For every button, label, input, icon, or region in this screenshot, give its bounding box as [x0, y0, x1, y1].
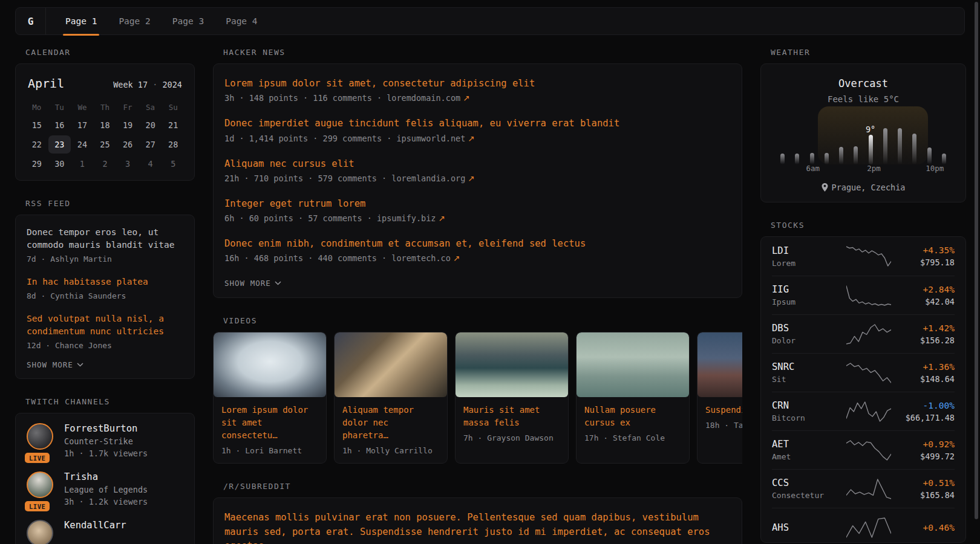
hacker-news-item-title[interactable]: Donec imperdiet augue tincidunt felis al… — [224, 117, 731, 131]
weather-hour-label: 6am — [806, 164, 820, 173]
twitch-channel-name[interactable]: Trisha — [64, 471, 148, 482]
calendar-day-30[interactable]: 30 — [48, 155, 71, 173]
calendar-day-4[interactable]: 4 — [139, 155, 162, 173]
hacker-news-item-domain[interactable]: ipsumworld.net — [396, 134, 465, 143]
stock-identity: LDILorem — [772, 245, 838, 268]
tab-page-4[interactable]: Page 4 — [217, 8, 266, 34]
weather-bar — [927, 147, 932, 164]
video-card[interactable]: Mauris sit amet massa felis7h · Grayson … — [455, 332, 569, 464]
twitch-channel-name[interactable]: KendallCarr — [64, 520, 126, 531]
stock-row[interactable]: IIGIpsum+2.84%$42.04 — [772, 276, 955, 314]
weather-bar — [883, 128, 887, 164]
left-column: CALENDAR April Week 17 · 2024 MoTuWeThFr… — [15, 48, 195, 544]
stock-row[interactable]: CRNBitcorn-1.00%$66,171.48 — [772, 392, 955, 430]
stock-row[interactable]: AETAmet+0.92%$499.72 — [772, 430, 955, 469]
scrollbar-thumb[interactable] — [975, 2, 978, 519]
calendar-day-3[interactable]: 3 — [116, 155, 139, 173]
stock-change: +1.36% — [899, 362, 955, 372]
stock-row[interactable]: AHS+0.46% — [772, 508, 955, 543]
stock-row[interactable]: LDILorem+4.35%$795.18 — [772, 237, 955, 276]
stock-change: +0.51% — [899, 478, 955, 488]
stock-identity: CCSConsectetur — [772, 478, 838, 500]
stock-sparkline-wrap — [838, 284, 899, 307]
hacker-news-item-meta: 16h · 468 points · 440 comments · loremt… — [224, 253, 731, 263]
calendar-day-22[interactable]: 22 — [25, 135, 48, 154]
calendar-day-5[interactable]: 5 — [162, 155, 185, 173]
twitch-channel-row[interactable]: KendallCarr — [27, 520, 183, 544]
rss-item-title[interactable]: Sed volutpat nulla nisl, a condimentum n… — [27, 312, 183, 338]
weather-location: Prague, Czechia — [773, 183, 953, 192]
calendar-day-20[interactable]: 20 — [139, 116, 162, 134]
video-title[interactable]: Mauris sit amet massa felis — [463, 404, 560, 429]
calendar-day-27[interactable]: 27 — [139, 135, 162, 154]
video-card[interactable]: Lorem ipsum dolor sit amet consectetu…1h… — [213, 332, 327, 464]
stock-sparkline — [846, 245, 891, 268]
calendar-day-23[interactable]: 23 — [48, 135, 71, 154]
weather-bar — [912, 134, 916, 164]
stock-row[interactable]: CCSConsectetur+0.51%$165.84 — [772, 469, 955, 508]
rss-item-title[interactable]: Donec tempor eros leo, ut commodo mauris… — [27, 226, 183, 251]
calendar-day-28[interactable]: 28 — [162, 135, 185, 154]
stock-values: +0.51%$165.84 — [899, 478, 955, 500]
calendar-day-25[interactable]: 25 — [94, 135, 117, 154]
video-card[interactable]: Nullam posuere cursus ex17h · Stefan Col… — [576, 332, 690, 464]
rss-show-more-button[interactable]: SHOW MORE — [27, 360, 83, 369]
stock-name: Ipsum — [772, 297, 838, 306]
twitch-avatar — [27, 471, 53, 498]
calendar-day-18[interactable]: 18 — [94, 116, 117, 134]
weather-bar — [795, 154, 799, 164]
calendar-day-2[interactable]: 2 — [94, 155, 117, 173]
twitch-avatar-wrap: LIVE — [27, 423, 54, 458]
twitch-channel-row[interactable]: LIVEForrestBurtonCounter-Strike1h · 1.7k… — [27, 423, 183, 458]
tab-page-3[interactable]: Page 3 — [164, 8, 212, 34]
video-card[interactable]: Aliquam tempor dolor nec pharetra…1h · M… — [334, 332, 448, 464]
hacker-news-item-title[interactable]: Lorem ipsum dolor sit amet, consectetur … — [224, 77, 731, 91]
hacker-news-item-meta: 3h · 148 points · 116 comments · loremdo… — [224, 93, 731, 103]
stock-price: $42.04 — [899, 297, 955, 306]
stock-identity: AHS — [772, 522, 838, 533]
twitch-channel-meta: 3h · 1.2k viewers — [64, 497, 148, 507]
stock-sparkline-wrap — [838, 361, 899, 384]
live-badge: LIVE — [25, 501, 50, 511]
external-link-icon: ↗ — [460, 93, 470, 103]
twitch-avatar — [27, 423, 53, 450]
weather-hour-bar — [898, 128, 902, 164]
video-title[interactable]: Aliquam tempor dolor nec pharetra… — [342, 404, 439, 442]
subreddit-post-title[interactable]: Maecenas mollis pulvinar erat non posuer… — [224, 511, 717, 544]
hacker-news-item-title[interactable]: Aliquam nec cursus elit — [224, 157, 731, 171]
hacker-news-item-domain[interactable]: loremtech.co — [391, 253, 451, 263]
stock-name: Dolor — [772, 336, 838, 345]
calendar-day-19[interactable]: 19 — [116, 116, 139, 134]
calendar-day-1[interactable]: 1 — [71, 155, 94, 173]
calendar-day-29[interactable]: 29 — [25, 155, 48, 173]
tab-page-1[interactable]: Page 1 — [57, 8, 105, 34]
stock-row[interactable]: DBSDolor+1.42%$156.28 — [772, 314, 955, 353]
hacker-news-item-domain[interactable]: ipsumify.biz — [377, 213, 436, 223]
stock-change: -1.00% — [899, 401, 955, 410]
calendar-day-header: Su — [162, 99, 185, 115]
calendar-day-26[interactable]: 26 — [116, 135, 139, 154]
calendar-day-16[interactable]: 16 — [48, 116, 71, 134]
calendar-day-15[interactable]: 15 — [25, 116, 48, 134]
video-thumbnail — [335, 332, 447, 397]
video-title[interactable]: Lorem ipsum dolor sit amet consectetu… — [221, 404, 318, 442]
stock-row[interactable]: SNRCSit+1.36%$148.64 — [772, 353, 955, 392]
hacker-news-item-domain[interactable]: loremdomain.com — [387, 93, 460, 103]
hacker-news-show-more-button[interactable]: SHOW MORE — [224, 279, 281, 288]
hacker-news-item-title[interactable]: Donec enim nibh, condimentum et accumsan… — [224, 237, 731, 251]
video-title[interactable]: Nullam posuere cursus ex — [584, 404, 681, 429]
calendar-day-21[interactable]: 21 — [162, 116, 185, 134]
twitch-channel-row[interactable]: LIVETrishaLeague of Legends3h · 1.2k vie… — [27, 471, 183, 507]
hacker-news-item-title[interactable]: Integer eget rutrum lorem — [224, 197, 731, 211]
rss-item: In hac habitasse platea8d · Cynthia Saun… — [27, 276, 183, 300]
video-card[interactable]: Suspendisse diam18h · Tara — [697, 332, 742, 464]
tab-page-2[interactable]: Page 2 — [110, 8, 158, 34]
weather-hour-bar — [839, 147, 843, 164]
video-title[interactable]: Suspendisse diam — [705, 404, 742, 416]
twitch-channel-name[interactable]: ForrestBurton — [64, 423, 148, 434]
calendar-day-24[interactable]: 24 — [71, 135, 94, 154]
hacker-news-item-domain[interactable]: loremlandia.org — [391, 173, 465, 183]
rss-item-title[interactable]: In hac habitasse platea — [27, 276, 183, 288]
page-scrollbar[interactable] — [974, 0, 979, 544]
calendar-day-17[interactable]: 17 — [71, 116, 94, 134]
